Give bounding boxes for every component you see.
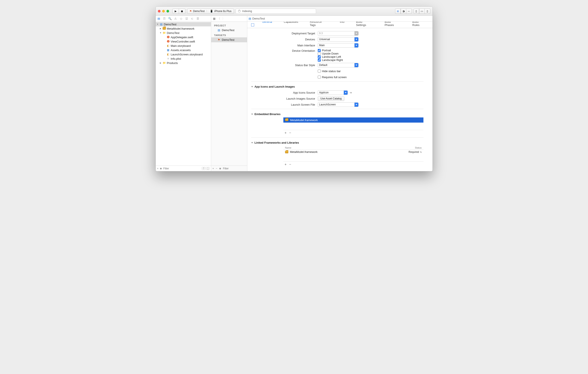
remove-embedded-icon[interactable]: − <box>289 131 291 135</box>
assistant-editor-button[interactable]: ◑ <box>401 9 406 14</box>
toggle-outline-icon[interactable] <box>251 23 254 26</box>
titlebar: ▶ ◼ ⚑ DemoTest 〉 📱 iPhone 6s Plus Indexi… <box>156 7 432 16</box>
navigator-selector: ▤ ☶ 🔍 ⚠ ◇ ☳ ⊂ ☰ <box>156 16 211 21</box>
find-navigator-icon[interactable]: 🔍 <box>168 17 172 20</box>
tree-item-swift[interactable]: 🅢AppDelegate.swift <box>156 35 211 39</box>
scheme-selector[interactable]: ⚑ DemoTest 〉 📱 iPhone 6s Plus <box>187 9 234 14</box>
requires-full-screen-check[interactable]: Requires full screen <box>318 76 347 79</box>
run-button[interactable]: ▶ <box>172 9 179 14</box>
tab-capabilities[interactable]: Capabilities <box>282 22 300 28</box>
standard-editor-button[interactable]: ≣ <box>395 9 401 14</box>
project-navigator-icon[interactable]: ▤ <box>157 17 160 20</box>
editor-area: General Capabilities Resource Tags Info … <box>247 22 432 171</box>
scheme-app-icon: ⚑ <box>189 10 192 13</box>
disclosure-triangle-icon: ▼ <box>251 85 253 88</box>
version-editor-button[interactable]: ↔ <box>406 9 412 14</box>
app-icons-source-label: App Icons Source <box>251 91 318 94</box>
tree-item-plist[interactable]: ≡Info.plist <box>156 56 211 61</box>
main-split: ▼▤ DemoTest ▶ MetaModel.framework ▼📁 Dem… <box>156 22 432 171</box>
editor-mode-tools: ≣ ◑ ↔ ▯ ▭ ▯ <box>395 9 430 14</box>
scheme-separator: 〉 <box>206 9 209 13</box>
deployment-target-select[interactable]: 9.3 <box>318 31 358 36</box>
activity-text: Indexing <box>242 10 252 13</box>
orientation-portrait[interactable]: Portrait <box>318 49 343 52</box>
activity-viewer: Indexing <box>236 9 316 14</box>
tree-root[interactable]: ▼▤ DemoTest <box>156 22 211 26</box>
related-items-icon[interactable]: ▦ <box>212 17 216 20</box>
general-content: Deployment Target 9.3 Devices Universal … <box>247 28 432 171</box>
close-window-button[interactable] <box>158 10 160 12</box>
project-item[interactable]: ▤ DemoTest <box>211 28 247 33</box>
tree-item-swift[interactable]: 🅢ViewController.swift <box>156 39 211 44</box>
tree-item-assets[interactable]: ▦Assets.xcassets <box>156 48 211 52</box>
add-embedded-icon[interactable]: + <box>285 131 287 135</box>
report-navigator-icon[interactable]: ☰ <box>196 17 200 20</box>
go-forward-icon[interactable]: 〉 <box>222 17 225 20</box>
devices-select[interactable]: Universal <box>318 37 358 42</box>
use-asset-catalog-button[interactable]: Use Asset Catalog <box>318 96 345 101</box>
navigator-filter-input[interactable] <box>163 167 200 170</box>
app-icons-section-header[interactable]: ▼ App Icons and Launch Images <box>251 85 423 88</box>
tab-info[interactable]: Info <box>338 22 347 28</box>
status-stepper-icon[interactable]: ⇅ <box>420 151 422 153</box>
linked-frameworks-header[interactable]: ▼ Linked Frameworks and Libraries <box>251 141 423 144</box>
status-bar-style-select[interactable]: Default <box>318 63 358 67</box>
orientation-landscape-left[interactable]: Landscape Left <box>318 55 343 58</box>
filter-icon: ◉ <box>160 167 162 170</box>
orientation-upside-down[interactable]: Upside Down <box>318 52 343 55</box>
add-linked-icon[interactable]: + <box>285 162 287 166</box>
toggle-debug-button[interactable]: ▭ <box>419 9 425 14</box>
tab-build-phases[interactable]: Build Phases <box>382 22 403 28</box>
scheme-device-name: iPhone 6s Plus <box>214 10 231 13</box>
linked-frameworks-list: Name Status MetaModel.framework Required… <box>283 146 423 167</box>
scm-filter-icon[interactable]: ▢ <box>206 167 210 170</box>
scheme-project-name: DemoTest <box>193 10 205 13</box>
debug-navigator-icon[interactable]: ☳ <box>185 17 189 20</box>
minimize-window-button[interactable] <box>162 10 165 12</box>
hide-status-bar-check[interactable]: Hide status bar <box>318 70 341 73</box>
tree-item-storyboard[interactable]: ◧LaunchScreen.storyboard <box>156 52 211 56</box>
tab-resource-tags[interactable]: Resource Tags <box>308 22 330 28</box>
filter-icon: ◉ <box>219 167 221 170</box>
toggle-navigator-button[interactable]: ▯ <box>414 9 419 14</box>
breakpoint-navigator-icon[interactable]: ⊂ <box>190 17 194 20</box>
app-icons-source-select[interactable]: AppIcon <box>318 90 348 95</box>
tab-build-settings[interactable]: Build Settings <box>354 22 375 28</box>
go-back-icon[interactable]: 〈 <box>217 17 221 20</box>
targets-column: PROJECT ▤ DemoTest TARGETS ⚑ DemoTest + … <box>211 22 247 171</box>
main-interface-label: Main Interface <box>251 44 318 47</box>
launch-screen-file-select[interactable]: LaunchScreen <box>318 102 358 107</box>
go-to-asset-icon[interactable]: ➜ <box>349 91 352 94</box>
main-interface-select[interactable]: Main <box>318 43 358 48</box>
target-item[interactable]: ⚑ DemoTest <box>211 37 247 42</box>
remove-target-icon[interactable]: − <box>216 167 217 170</box>
jump-bar[interactable]: ▤ DemoTest <box>247 16 432 21</box>
linked-item-row[interactable]: MetaModel.framework Required⇅ <box>283 149 423 154</box>
toggle-inspector-button[interactable]: ▯ <box>425 9 430 14</box>
spinner-icon <box>238 10 241 12</box>
tab-build-rules[interactable]: Build Rules <box>410 22 428 28</box>
breadcrumb-file: DemoTest <box>252 17 265 20</box>
issue-navigator-icon[interactable]: ⚠ <box>174 17 177 20</box>
add-target-icon[interactable]: + <box>212 167 214 170</box>
project-file-icon: ▤ <box>218 29 220 32</box>
tab-general[interactable]: General <box>260 22 274 28</box>
tree-item-storyboard[interactable]: ◧Main.storyboard <box>156 44 211 48</box>
targets-header: TARGETS <box>211 33 247 37</box>
project-header: PROJECT <box>211 23 247 28</box>
tree-item-group[interactable]: ▼📁 DemoTest <box>156 31 211 35</box>
symbol-navigator-icon[interactable]: ☶ <box>163 17 166 20</box>
file-tree[interactable]: ▼▤ DemoTest ▶ MetaModel.framework ▼📁 Dem… <box>156 22 211 165</box>
tree-item-products[interactable]: ▶📁 Products <box>156 61 211 65</box>
recent-filter-icon[interactable]: ⏱ <box>202 167 206 170</box>
orientation-landscape-right[interactable]: Landscape Right <box>318 58 343 62</box>
embedded-binaries-header[interactable]: ▼ Embedded Binaries <box>251 112 423 116</box>
tree-item-framework[interactable]: ▶ MetaModel.framework <box>156 26 211 31</box>
add-icon[interactable]: + <box>157 167 159 170</box>
linked-header-row: Name Status <box>283 146 423 149</box>
zoom-window-button[interactable] <box>167 10 169 12</box>
stop-button[interactable]: ◼ <box>179 9 185 14</box>
remove-linked-icon[interactable]: − <box>289 162 291 166</box>
test-navigator-icon[interactable]: ◇ <box>179 17 183 20</box>
embedded-item-row[interactable]: MetaModel.framework <box>283 117 423 122</box>
